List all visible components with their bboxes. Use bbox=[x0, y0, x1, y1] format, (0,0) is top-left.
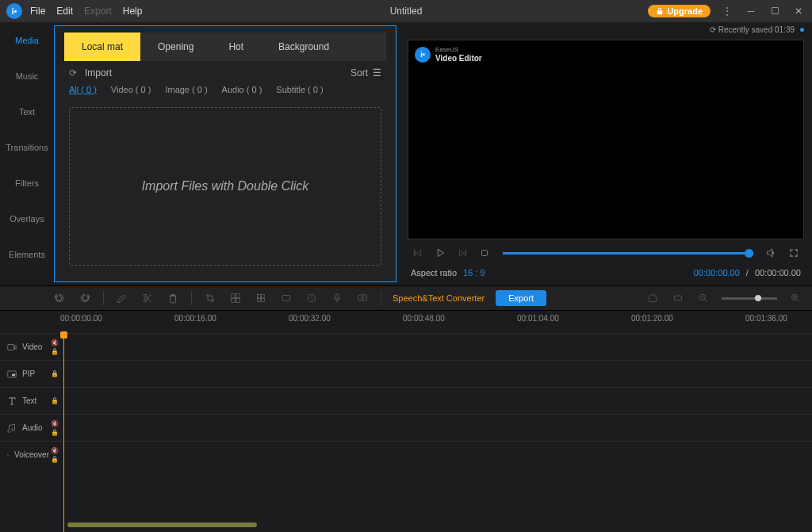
import-dropzone[interactable]: Import Files with Double Click bbox=[69, 107, 381, 266]
sidebar-item-filters[interactable]: Filters bbox=[0, 165, 54, 201]
preview-canvas[interactable]: i• EaseUS Video Editor bbox=[408, 40, 804, 239]
sort-button[interactable]: Sort ☰ bbox=[350, 67, 381, 78]
svg-rect-1 bbox=[232, 294, 236, 298]
tracks-container: Video 🔇🔒 PIP 🔒 Text 🔒 Audio 🔇🔒 bbox=[0, 333, 812, 532]
filter-image[interactable]: Image ( 0 ) bbox=[165, 85, 207, 94]
tab-background[interactable]: Background bbox=[261, 33, 347, 61]
timeline-ruler[interactable]: 00:00:00.00 00:00:16.00 00:00:32.00 00:0… bbox=[0, 311, 812, 333]
lock-icon[interactable]: 🔒 bbox=[51, 348, 59, 355]
mic-icon bbox=[6, 450, 10, 461]
lock-icon[interactable]: 🔒 bbox=[51, 397, 59, 404]
volume-button[interactable] bbox=[764, 246, 779, 260]
speech-text-converter-button[interactable]: Speech&Text Converter bbox=[393, 293, 485, 303]
import-button[interactable]: Import bbox=[85, 67, 112, 78]
zoom-out-button[interactable] bbox=[696, 291, 710, 305]
zoom-slider-thumb[interactable] bbox=[755, 295, 761, 301]
timeline-scrollbar[interactable] bbox=[67, 522, 257, 527]
tab-local-material[interactable]: Local mat bbox=[64, 33, 140, 61]
preview-panel: ⟳Recently saved 01:39 i• EaseUS Video Ed… bbox=[400, 22, 812, 285]
fit-button[interactable] bbox=[671, 291, 685, 305]
lock-icon[interactable]: 🔒 bbox=[51, 370, 59, 377]
seekbar[interactable] bbox=[503, 252, 753, 255]
track-voiceover[interactable]: Voiceover 🔇🔒 bbox=[0, 441, 812, 468]
track-video[interactable]: Video 🔇🔒 bbox=[0, 333, 812, 360]
menu-file[interactable]: File bbox=[30, 6, 45, 17]
minimize-button[interactable]: ─ bbox=[744, 4, 758, 18]
split-button[interactable] bbox=[140, 291, 155, 305]
filter-video[interactable]: Video ( 0 ) bbox=[111, 85, 151, 94]
prev-frame-button[interactable] bbox=[411, 246, 425, 260]
voiceover-tool-button[interactable] bbox=[330, 291, 344, 305]
sidebar-item-media[interactable]: Media bbox=[0, 22, 54, 58]
lock-icon[interactable]: 🔒 bbox=[51, 456, 59, 463]
fullscreen-button[interactable] bbox=[787, 246, 801, 260]
zoom-in-button[interactable] bbox=[788, 291, 802, 305]
svg-rect-20 bbox=[8, 454, 9, 455]
audio-icon bbox=[6, 423, 17, 434]
menu-edit[interactable]: Edit bbox=[56, 6, 73, 17]
maximize-button[interactable]: ☐ bbox=[768, 4, 782, 18]
upgrade-button[interactable]: Upgrade bbox=[648, 5, 710, 17]
svg-rect-2 bbox=[236, 294, 240, 298]
undo-button[interactable] bbox=[52, 291, 67, 305]
marker-button[interactable] bbox=[645, 291, 660, 305]
menu-help[interactable]: Help bbox=[123, 6, 143, 17]
svg-rect-0 bbox=[482, 251, 488, 256]
brand-logo-icon: i• bbox=[415, 47, 431, 63]
playhead[interactable] bbox=[63, 333, 64, 532]
mute-icon[interactable]: 🔇 bbox=[51, 447, 59, 454]
aspect-ratio-label: Aspect ratio bbox=[411, 268, 457, 277]
svg-rect-3 bbox=[232, 299, 236, 303]
ruler-mark: 00:01:20.00 bbox=[631, 314, 673, 323]
zoom-slider[interactable] bbox=[722, 297, 777, 300]
tab-opening[interactable]: Opening bbox=[140, 33, 211, 61]
sidebar: Media Music Text Transitions Filters Ove… bbox=[0, 22, 54, 285]
titlebar: i• File Edit Export Help Untitled Upgrad… bbox=[0, 0, 812, 22]
filter-subtitle[interactable]: Subtitle ( 0 ) bbox=[276, 85, 323, 94]
aspect-ratio-value[interactable]: 16 : 9 bbox=[463, 268, 485, 277]
sidebar-item-music[interactable]: Music bbox=[0, 58, 54, 94]
stop-button[interactable] bbox=[477, 246, 492, 260]
crop-button[interactable] bbox=[203, 291, 217, 305]
window-title: Untitled bbox=[390, 6, 423, 17]
filter-audio[interactable]: Audio ( 0 ) bbox=[222, 85, 262, 94]
svg-rect-6 bbox=[262, 294, 265, 297]
edit-button[interactable] bbox=[115, 291, 129, 305]
close-button[interactable]: ✕ bbox=[791, 4, 806, 18]
zoom-tool-button[interactable] bbox=[254, 291, 268, 305]
export-button[interactable]: Export bbox=[496, 290, 546, 306]
tab-hot[interactable]: Hot bbox=[211, 33, 261, 61]
sidebar-item-transitions[interactable]: Transitions bbox=[0, 129, 54, 165]
more-icon[interactable]: ⋮ bbox=[720, 4, 734, 18]
next-frame-button[interactable] bbox=[455, 246, 469, 260]
track-text[interactable]: Text 🔒 bbox=[0, 387, 812, 414]
seekbar-thumb[interactable] bbox=[745, 249, 753, 258]
sidebar-item-elements[interactable]: Elements bbox=[0, 236, 54, 272]
delete-button[interactable] bbox=[166, 291, 180, 305]
ruler-mark: 00:00:48.00 bbox=[403, 314, 445, 323]
import-icon[interactable]: ⟳ bbox=[69, 67, 77, 78]
track-label-audio: Audio bbox=[0, 423, 49, 434]
pip-icon bbox=[6, 369, 17, 380]
sort-icon: ☰ bbox=[373, 67, 381, 78]
lock-icon[interactable]: 🔒 bbox=[51, 429, 59, 436]
play-button[interactable] bbox=[433, 246, 447, 260]
track-label-text: Text bbox=[0, 396, 49, 407]
mute-icon[interactable]: 🔇 bbox=[51, 420, 59, 427]
freeze-button[interactable] bbox=[279, 291, 293, 305]
media-panel: Local mat Opening Hot Background ⟳ Impor… bbox=[54, 25, 396, 282]
mosaic-button[interactable] bbox=[228, 291, 243, 305]
text-icon bbox=[6, 396, 17, 407]
duration-button[interactable] bbox=[304, 291, 319, 305]
redo-button[interactable] bbox=[78, 291, 92, 305]
svg-rect-7 bbox=[257, 299, 260, 302]
menu-export: Export bbox=[84, 6, 112, 17]
screen-record-button[interactable] bbox=[355, 291, 370, 305]
sidebar-item-overlays[interactable]: Overlays bbox=[0, 201, 54, 236]
sidebar-item-text[interactable]: Text bbox=[0, 94, 54, 129]
track-audio[interactable]: Audio 🔇🔒 bbox=[0, 414, 812, 441]
time-total: 00:00:00.00 bbox=[755, 268, 801, 277]
mute-icon[interactable]: 🔇 bbox=[51, 339, 59, 346]
filter-all[interactable]: All ( 0 ) bbox=[69, 85, 97, 94]
track-pip[interactable]: PIP 🔒 bbox=[0, 360, 812, 387]
